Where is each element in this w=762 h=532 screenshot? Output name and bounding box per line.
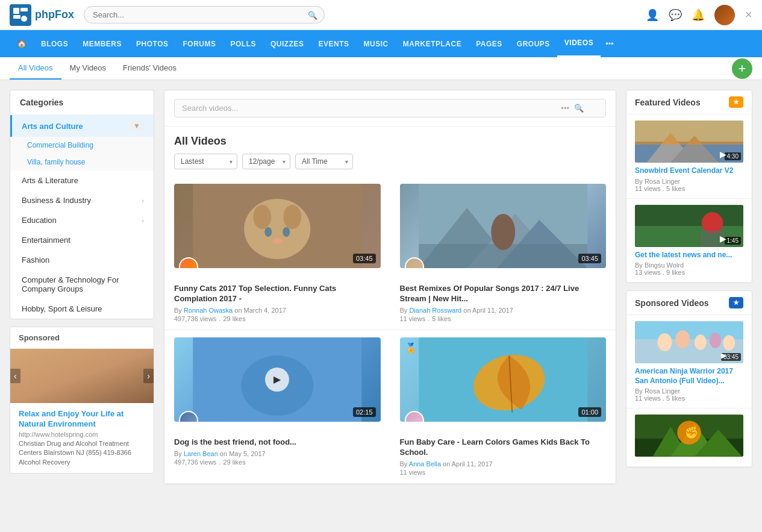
video-author-3[interactable]: Laren Bean: [184, 450, 218, 457]
video-thumb-4[interactable]: 🏅 01:00: [400, 337, 607, 422]
category-entertainment[interactable]: Entertainment: [10, 230, 154, 250]
video-author-4[interactable]: Anna Bella: [409, 460, 441, 468]
nav-item-groups[interactable]: GROUPS: [510, 31, 557, 57]
nav-item-forums[interactable]: FORUMS: [175, 31, 223, 57]
filter-row: Lastest Most Viewed Most Liked 12/page 2…: [164, 154, 616, 177]
video-duration-2: 03:45: [578, 254, 601, 263]
video-thumb-2[interactable]: 03:45: [400, 184, 607, 268]
category-business-industry[interactable]: Business & Industry ›: [10, 190, 154, 210]
sidebar-left: Categories Arts and Culture ▼ Commercial…: [10, 90, 154, 484]
sponsored-link[interactable]: Relax and Enjoy Your Life at Natural Env…: [19, 409, 145, 430]
nav-item-photos[interactable]: PHOTOS: [129, 31, 175, 57]
time-filter-wrap: All Time Today This Week This Month: [295, 154, 353, 169]
category-arts-literature[interactable]: Arts & Literature: [10, 171, 154, 190]
sponsored-panel: Sponsored ‹ › Relax and Enjoy Your Life …: [10, 327, 154, 474]
sponsored-thumb-2[interactable]: ✊: [635, 415, 743, 457]
chevron-right-icon: ›: [142, 197, 144, 204]
featured-thumb-1[interactable]: 4:30 ▶: [635, 120, 743, 163]
add-video-button[interactable]: +: [732, 58, 752, 79]
subnav-friends-videos[interactable]: Friends' Videos: [114, 57, 185, 80]
subcategory-commercial-building[interactable]: Commercial Building: [10, 137, 154, 154]
video-play-btn-3[interactable]: ▶: [265, 368, 289, 392]
svg-rect-1: [20, 8, 28, 11]
nav-item-members[interactable]: MEMBERS: [75, 31, 129, 57]
subnav-my-videos[interactable]: My Videos: [61, 57, 114, 80]
svg-text:✊: ✊: [684, 425, 699, 440]
featured-video-title-1[interactable]: Snowbird Event Calendar V2: [635, 166, 743, 176]
video-date-2: April 11, 2017: [472, 307, 513, 314]
logo-icon: [10, 4, 31, 26]
sponsored-url: http://www.hotelspring.com: [19, 431, 145, 438]
svg-point-35: [675, 330, 690, 348]
featured-video-title-2[interactable]: Get the latest news and ne...: [635, 251, 743, 260]
category-arts-culture[interactable]: Arts and Culture ▼: [10, 115, 154, 137]
subnav-all-videos[interactable]: All Videos: [10, 57, 61, 80]
nav-item-events[interactable]: EVENTS: [311, 31, 357, 57]
notifications-icon[interactable]: 🔔: [692, 8, 705, 22]
nav-item-marketplace[interactable]: MARKETPLACE: [396, 31, 469, 57]
video-author-1[interactable]: Ronnah Owaska: [184, 307, 233, 314]
video-author-2[interactable]: Dianah Rossward: [409, 307, 461, 314]
expand-arts-culture[interactable]: ▼: [130, 120, 144, 131]
avatar[interactable]: [714, 5, 735, 25]
featured-thumb-2[interactable]: 1:45 ▶: [635, 205, 743, 247]
messages-icon[interactable]: 💬: [669, 8, 682, 22]
sponsored-video-2[interactable]: ✊: [626, 408, 752, 467]
all-videos-title: All Videos: [164, 127, 616, 154]
video-thumb-1[interactable]: 03:45: [174, 184, 381, 268]
search-icon[interactable]: 🔍: [574, 104, 584, 113]
featured-video-stats-2: 13 views . 9 likes: [635, 269, 743, 276]
nav-item-videos[interactable]: VIDEOS: [557, 30, 601, 57]
main-nav: 🏠 BLOGS MEMBERS PHOTOS FORUMS POLLS QUIZ…: [0, 30, 762, 57]
category-fashion[interactable]: Fashion: [10, 250, 154, 270]
video-thumb-3[interactable]: ▶ 02:15: [174, 337, 381, 422]
category-label: Hobby, Sport & Leisure: [22, 304, 102, 313]
featured-video-meta-1: By Rosa Linger: [635, 178, 743, 185]
search-input[interactable]: [84, 6, 325, 23]
svg-point-5: [244, 199, 310, 259]
nav-item-music[interactable]: MUSIC: [357, 31, 396, 57]
category-education[interactable]: Education ›: [10, 210, 154, 230]
video-title-1[interactable]: Funny Cats 2017 Top Selection. Funny Cat…: [174, 284, 381, 304]
nav-home[interactable]: 🏠: [10, 31, 34, 57]
nav-item-blogs[interactable]: BLOGS: [34, 31, 75, 57]
video-title-2[interactable]: Best Remixes Of Popular Songs 2017 : 24/…: [400, 284, 607, 304]
svg-point-36: [695, 334, 707, 350]
video-meta-1: By Ronnah Owaska on March 4, 2017: [174, 307, 381, 314]
video-title-3[interactable]: Dog is the best friend, not food...: [174, 437, 381, 448]
video-meta-3: By Laren Bean on May 5, 2017: [174, 450, 381, 457]
category-hobby-sport[interactable]: Hobby, Sport & Leisure: [10, 299, 154, 319]
sponsored-prev-button[interactable]: ‹: [10, 369, 20, 383]
videos-search-bar[interactable]: Search videos... ••• 🔍: [174, 99, 606, 117]
nav-item-quizzes[interactable]: QUIZZES: [263, 31, 311, 57]
featured-duration-1: 4:30: [725, 152, 741, 160]
sponsored-next-button[interactable]: ›: [143, 369, 154, 383]
sponsored-thumb-1[interactable]: 03:45 ▶: [635, 321, 743, 363]
nav-more[interactable]: •••: [601, 31, 619, 57]
nav-item-pages[interactable]: PAGES: [469, 31, 510, 57]
featured-badge-4: 🏅: [405, 342, 417, 354]
svg-point-37: [710, 333, 722, 348]
nav-item-polls[interactable]: POLLS: [223, 31, 263, 57]
close-icon[interactable]: ✕: [745, 9, 752, 20]
sponsored-right-video-title-1[interactable]: American Ninja Warrior 2017 San Antonio …: [635, 367, 743, 386]
logo[interactable]: phpFox: [10, 4, 74, 26]
more-icon[interactable]: •••: [561, 104, 569, 113]
sponsored-right-panel: Sponsored Videos ★: [626, 290, 752, 468]
chevron-right-icon: ›: [142, 217, 144, 224]
video-duration-3: 02:15: [353, 407, 376, 417]
category-label: Arts and Culture: [22, 122, 83, 131]
perpage-filter[interactable]: 12/page 24/page 48/page: [242, 154, 290, 169]
friends-icon[interactable]: 👤: [646, 8, 659, 22]
video-date-4: April 11, 2017: [452, 460, 493, 468]
category-computer-technology[interactable]: Computer & Technology For Company Groups: [10, 270, 154, 299]
sponsored-video-1[interactable]: 03:45 ▶ American Ninja Warrior 2017 San …: [626, 315, 752, 408]
video-title-4[interactable]: Fun Baby Care - Learn Colors Games Kids …: [400, 437, 607, 458]
featured-video-1[interactable]: 4:30 ▶ Snowbird Event Calendar V2 By Ros…: [626, 114, 752, 199]
sponsored-right-stats-1: 11 views . 5 likes: [635, 395, 743, 402]
sort-filter[interactable]: Lastest Most Viewed Most Liked: [174, 154, 237, 169]
subcategory-villa[interactable]: Villa, family house: [10, 154, 154, 171]
time-filter[interactable]: All Time Today This Week This Month: [295, 154, 353, 169]
topbar-right: 👤 💬 🔔 ✕: [646, 5, 752, 25]
featured-video-2[interactable]: 1:45 ▶ Get the latest news and ne... By …: [626, 199, 752, 283]
